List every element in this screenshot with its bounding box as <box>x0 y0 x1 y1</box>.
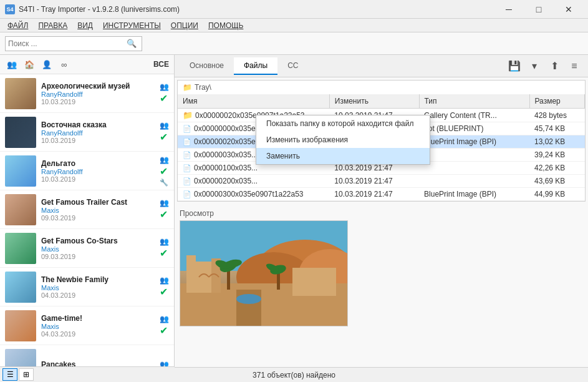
list-item[interactable]: Дельгато RanyRandolff 10.03.2019 👥 ✔ 🔧 <box>0 152 174 190</box>
minimize-button[interactable]: ─ <box>494 0 523 19</box>
dropdown-button[interactable]: ▾ <box>526 57 543 75</box>
col-type[interactable]: Тип <box>419 94 529 109</box>
title-bar-left: S4 S4TI - Tray Importer - v1.9.2.8 (luni… <box>5 4 180 14</box>
col-size[interactable]: Размер <box>529 94 585 109</box>
check-icon: ✔ <box>160 286 169 298</box>
tab-right-buttons: 💾 ▾ ⬆ ≡ <box>506 57 583 75</box>
main-container: 🔍 👥 🏠 👤 ∞ ВСЕ Археологический музей Rany… <box>0 32 588 382</box>
list-thumbnail <box>5 194 36 225</box>
list-info: Get Famous Trailer Cast Maxis 09.03.2019 <box>41 198 157 222</box>
svg-point-17 <box>236 294 261 304</box>
list-title: Get Famous Trailer Cast <box>41 198 157 207</box>
list-info: Get Famous Co-Stars Maxis 09.03.2019 <box>41 237 157 260</box>
list-item[interactable]: The Newbie Family Maxis 04.03.2019 👥 ✔ <box>0 268 174 306</box>
table-row[interactable]: 📄0x00000200x035... 10.03.2019 21:47 43,6… <box>178 175 585 188</box>
search-input[interactable] <box>8 39 127 48</box>
list-item[interactable]: Археологический музей RanyRandolff 10.03… <box>0 74 174 113</box>
list-view-button[interactable]: ☰ <box>2 368 17 381</box>
list-item[interactable]: Восточная сказка RanyRandolff 10.03.2019… <box>0 113 174 152</box>
title-controls: ─ □ ✕ <box>494 0 583 19</box>
menu-edit[interactable]: ПРАВКА <box>33 20 72 31</box>
tab-files[interactable]: Файлы <box>234 57 277 75</box>
col-modified[interactable]: Изменить <box>329 94 419 109</box>
upload-button[interactable]: ⬆ <box>546 57 563 75</box>
group-icon: 👥 <box>160 82 169 91</box>
list-item[interactable]: Game-time! Maxis 04.03.2019 👥 ✔ <box>0 306 174 345</box>
tab-cc[interactable]: CC <box>277 57 308 75</box>
search-icon[interactable]: 🔍 <box>127 39 137 48</box>
ctx-replace[interactable]: Заменить <box>256 148 430 164</box>
menu-view[interactable]: ВИД <box>72 20 98 31</box>
search-box: 🔍 <box>5 36 142 51</box>
ctx-change-image[interactable]: Изменить изображения <box>256 132 430 148</box>
list-thumbnail <box>5 117 36 148</box>
grid-view-button[interactable]: ⊞ <box>19 368 34 381</box>
list-title: Археологический музей <box>41 82 157 91</box>
list-title: Восточная сказка <box>41 120 157 129</box>
list-info: Дельгато RanyRandolff 10.03.2019 <box>41 159 157 183</box>
check-icon: ✔ <box>160 325 169 336</box>
list-item[interactable]: Get Famous Co-Stars Maxis 09.03.2019 👥 ✔ <box>0 229 174 268</box>
all-label: ВСЕ <box>153 60 169 69</box>
check-icon: ✔ <box>160 247 169 259</box>
ctx-show-folder[interactable]: Показать папку в которой находится файл <box>256 115 430 132</box>
svg-rect-9 <box>292 268 336 296</box>
file-icon: 📄 <box>183 177 191 185</box>
list-actions: 👥 ✔ <box>160 198 169 220</box>
menu-button[interactable]: ≡ <box>566 57 583 75</box>
infinite-button[interactable]: ∞ <box>57 57 71 71</box>
title-bar: S4 S4TI - Tray Importer - v1.9.2.8 (luni… <box>0 0 588 19</box>
list-date: 09.03.2019 <box>41 214 157 222</box>
menu-options[interactable]: ОПЦИИ <box>166 20 203 31</box>
list-info: Восточная сказка RanyRandolff 10.03.2019 <box>41 120 157 144</box>
file-icon: 📄 <box>183 190 191 198</box>
list-title: The Newbie Family <box>41 275 157 284</box>
check-icon: ✔ <box>160 208 169 220</box>
list-author: Maxis <box>41 207 157 214</box>
tray-path: Tray\ <box>195 83 211 92</box>
save-button[interactable]: 💾 <box>506 57 523 75</box>
context-menu: Показать папку в которой находится файл … <box>256 115 430 165</box>
house-button[interactable]: 🏠 <box>22 57 36 71</box>
list-info: Game-time! Maxis 04.03.2019 <box>41 314 157 338</box>
maximize-button[interactable]: □ <box>524 0 553 19</box>
list-thumbnail <box>5 155 36 187</box>
menu-bar: ФАЙЛ ПРАВКА ВИД ИНСТРУМЕНТЫ ОПЦИИ ПОМОЩЬ <box>0 19 588 32</box>
group-icon: 👥 <box>160 121 169 130</box>
person-button[interactable]: 👤 <box>40 57 54 71</box>
list-actions: 👥 ✔ <box>160 121 169 143</box>
list-thumbnail <box>5 272 36 303</box>
table-row[interactable]: 📄0x00000300x035e0907t1a22a53 10.03.2019 … <box>178 188 585 201</box>
menu-help[interactable]: ПОМОЩЬ <box>203 20 248 31</box>
preview-label: Просмотр <box>180 209 583 218</box>
right-panel: Основное Файлы CC 💾 ▾ ⬆ ≡ 📁 Tray\ <box>175 55 588 367</box>
list-thumbnail <box>5 233 36 264</box>
check-icon: ✔ <box>160 131 169 143</box>
file-icon: 📄 <box>183 164 191 172</box>
file-table-container: 📁 Tray\ Имя Изменить Тип Размер <box>177 80 586 202</box>
svg-rect-7 <box>186 255 196 265</box>
content-area: 👥 🏠 👤 ∞ ВСЕ Археологический музей RanyRa… <box>0 55 588 367</box>
list-author: RanyRandolff <box>41 168 157 175</box>
file-icon: 📄 <box>183 125 191 133</box>
tab-osnovnoe[interactable]: Основное <box>180 57 234 75</box>
list-actions: 👥 ✔ <box>160 82 169 104</box>
close-button[interactable]: ✕ <box>554 0 583 19</box>
status-text: 371 объект(ов) найдено <box>253 371 335 380</box>
group-button[interactable]: 👥 <box>5 57 19 71</box>
list-actions: 👥 ✔ 🔧 <box>160 155 169 187</box>
list-date: 04.03.2019 <box>41 291 157 299</box>
list-thumbnail <box>5 78 36 109</box>
list-title: Дельгато <box>41 159 157 168</box>
list-item[interactable]: Get Famous Trailer Cast Maxis 09.03.2019… <box>0 190 174 229</box>
list-item[interactable]: Pancakes 👥 <box>0 345 174 367</box>
list-date: 10.03.2019 <box>41 175 157 183</box>
check-icon: ✔ <box>160 92 169 104</box>
col-name[interactable]: Имя <box>178 94 329 109</box>
preview-area: Просмотр <box>175 204 588 331</box>
list-container[interactable]: Археологический музей RanyRandolff 10.03… <box>0 74 174 367</box>
menu-tools[interactable]: ИНСТРУМЕНТЫ <box>98 20 166 31</box>
menu-file[interactable]: ФАЙЛ <box>2 20 33 31</box>
list-author: RanyRandolff <box>41 91 157 98</box>
list-info: The Newbie Family Maxis 04.03.2019 <box>41 275 157 299</box>
